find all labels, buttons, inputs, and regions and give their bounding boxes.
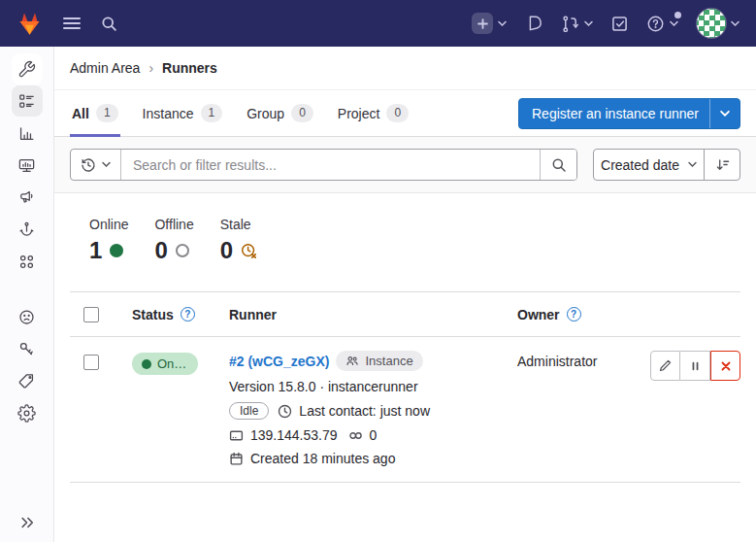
sort-descending-icon xyxy=(715,157,730,172)
sidebar-item-settings[interactable] xyxy=(12,397,43,428)
stat-label: Online xyxy=(89,217,128,232)
frown-face-icon xyxy=(17,308,36,326)
row-checkbox[interactable] xyxy=(83,355,99,370)
register-instance-runner-button[interactable]: Register an instance runner xyxy=(518,98,740,129)
sidebar-item-admin-area[interactable] xyxy=(12,53,43,85)
owner-header: Owner xyxy=(517,307,560,322)
search-input[interactable] xyxy=(121,157,540,173)
tab-count-badge: 1 xyxy=(201,104,223,121)
search-icon[interactable] xyxy=(101,16,117,32)
users-icon xyxy=(345,355,359,367)
breadcrumb-separator: › xyxy=(148,60,153,76)
tab-group[interactable]: Group 0 xyxy=(245,90,315,136)
chevron-down-icon xyxy=(584,20,593,27)
stat-label: Offline xyxy=(154,217,193,232)
sort-control: Created date xyxy=(593,149,740,181)
search-icon xyxy=(551,157,567,173)
owner-help-icon[interactable]: ? xyxy=(567,307,581,322)
bar-chart-icon xyxy=(17,124,36,143)
tab-all[interactable]: All 1 xyxy=(70,90,120,136)
online-dot-icon xyxy=(142,359,151,369)
edit-runner-button[interactable] xyxy=(650,351,680,381)
chevron-down-icon[interactable] xyxy=(710,110,740,118)
runner-type-tabs: All 1 Instance 1 Group 0 Project 0 Regis… xyxy=(54,90,756,137)
sidebar-item-monitoring[interactable] xyxy=(12,150,43,181)
online-dot-icon xyxy=(110,244,123,257)
runner-last-contact: Last contact: just now xyxy=(299,403,430,419)
close-icon xyxy=(719,359,733,373)
notification-dot xyxy=(674,12,681,18)
sidebar-item-system-hooks[interactable] xyxy=(12,214,43,245)
tab-label: All xyxy=(72,106,89,121)
filter-history-dropdown[interactable] xyxy=(71,150,121,180)
gitlab-admin-runners-page: Admin Area › Runners All 1 Instance 1 Gr… xyxy=(0,0,756,542)
new-menu-button[interactable] xyxy=(472,13,507,34)
history-clock-icon xyxy=(81,157,96,173)
sidebar-item-labels[interactable] xyxy=(12,365,43,396)
idle-tag[interactable]: Idle xyxy=(229,402,269,420)
breadcrumb-admin-area[interactable]: Admin Area xyxy=(70,60,140,76)
tag-icon xyxy=(17,372,36,390)
tab-label: Group xyxy=(247,106,284,121)
runner-summary-cell: #2 (wCG_zeGX) Instance Version 15.8.0 · … xyxy=(229,351,517,466)
chevron-down-icon xyxy=(731,20,740,27)
filter-bar: Created date xyxy=(54,137,756,193)
sort-direction-button[interactable] xyxy=(704,150,740,180)
pause-runner-button[interactable] xyxy=(680,351,710,381)
clock-icon xyxy=(278,404,292,419)
runner-version-line: Version 15.8.0 · instancerunner xyxy=(229,379,418,394)
runner-actions xyxy=(648,351,740,381)
hamburger-menu-icon[interactable] xyxy=(63,17,81,30)
megaphone-icon xyxy=(17,188,36,207)
search-submit-button[interactable] xyxy=(540,150,576,180)
admin-sidebar xyxy=(0,47,54,542)
delete-runner-button[interactable] xyxy=(710,351,740,381)
applications-grid-icon xyxy=(17,253,36,271)
runner-ip-address: 139.144.53.79 xyxy=(250,427,338,443)
tab-label: Project xyxy=(338,106,380,121)
wrench-icon xyxy=(17,60,36,79)
chevron-down-icon xyxy=(688,161,697,168)
key-icon xyxy=(17,340,36,358)
stale-clock-icon xyxy=(241,243,257,259)
owner-name[interactable]: Administrator xyxy=(517,354,597,369)
chevron-down-icon xyxy=(670,20,678,27)
plus-icon xyxy=(472,13,493,34)
sidebar-expand-button[interactable] xyxy=(19,516,34,529)
user-avatar xyxy=(697,9,726,38)
chevron-down-icon xyxy=(102,161,111,168)
tab-instance[interactable]: Instance 1 xyxy=(141,90,225,136)
help-menu-button[interactable] xyxy=(646,15,678,33)
sidebar-item-applications[interactable] xyxy=(12,246,43,277)
runner-jobs-count: 0 xyxy=(370,427,378,443)
user-menu-button[interactable] xyxy=(697,9,740,38)
sidebar-item-deploy-keys[interactable] xyxy=(12,333,43,364)
sidebar-item-messages[interactable] xyxy=(12,182,43,213)
main-content: Admin Area › Runners All 1 Instance 1 Gr… xyxy=(54,47,756,542)
status-badge-label: Online xyxy=(157,356,188,371)
stat-label: Stale xyxy=(220,217,257,232)
search-filter-box xyxy=(70,149,577,181)
sidebar-item-analytics[interactable] xyxy=(12,118,43,149)
owner-cell: Administrator xyxy=(517,351,648,369)
tab-project[interactable]: Project 0 xyxy=(336,90,411,136)
offline-ring-icon xyxy=(176,244,189,257)
tab-count-badge: 0 xyxy=(386,104,409,121)
register-button-label: Register an instance runner xyxy=(519,106,709,121)
merge-requests-menu-button[interactable] xyxy=(561,15,593,32)
issues-icon[interactable] xyxy=(525,15,542,32)
jobs-link-icon xyxy=(348,428,363,443)
stat-offline: Offline 0 xyxy=(154,217,193,262)
select-all-checkbox[interactable] xyxy=(83,307,99,322)
todos-icon[interactable] xyxy=(611,16,628,32)
status-badge: Online xyxy=(132,353,198,375)
status-help-icon[interactable]: ? xyxy=(181,307,195,322)
runner-type-badge: Instance xyxy=(336,351,422,371)
pause-icon xyxy=(689,359,702,373)
sidebar-item-abuse-reports[interactable] xyxy=(12,301,43,332)
gitlab-logo[interactable] xyxy=(16,11,43,36)
sidebar-item-overview[interactable] xyxy=(12,85,43,117)
runner-link[interactable]: #2 (wCG_zeGX) xyxy=(229,354,329,369)
pencil-icon xyxy=(658,358,673,373)
sort-dropdown[interactable]: Created date xyxy=(594,150,704,180)
